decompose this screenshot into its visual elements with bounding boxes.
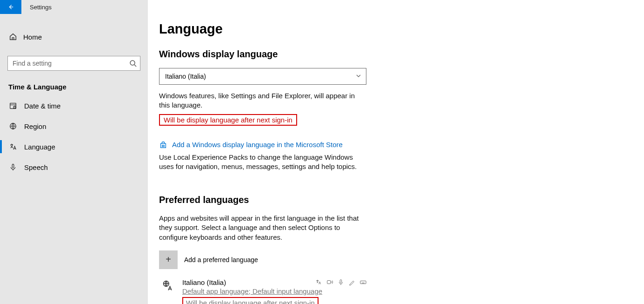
display-language-notice-highlight: Will be display language after next sign… <box>159 114 297 126</box>
svg-rect-6 <box>163 145 164 146</box>
svg-rect-4 <box>12 164 14 168</box>
sidebar-item-label: Speech <box>24 163 48 171</box>
display-language-dropdown[interactable]: Italiano (Italia) <box>159 68 366 85</box>
display-language-helper: Windows features, like Settings and File… <box>159 91 366 110</box>
sidebar-item-label: Language <box>24 143 55 151</box>
plus-button[interactable]: + <box>159 250 178 269</box>
arrow-left-icon <box>7 4 14 10</box>
globe-icon <box>8 122 18 130</box>
sidebar-home-label: Home <box>23 33 42 41</box>
language-item-name: Italiano (Italia) <box>182 278 226 286</box>
microphone-icon <box>8 163 18 171</box>
store-link-row[interactable]: Add a Windows display language in the Mi… <box>159 141 633 149</box>
chevron-down-icon <box>356 73 361 80</box>
preferred-languages-heading: Preferred languages <box>159 195 633 205</box>
language-item-notice: Will be display language after next sign… <box>186 299 315 304</box>
language-feature-icons <box>315 279 366 285</box>
sidebar-item-date-time[interactable]: Date & time <box>0 95 148 116</box>
store-icon <box>159 141 167 149</box>
keyboard-feature-icon <box>360 279 366 285</box>
text-to-speech-feature-icon <box>326 279 333 285</box>
language-item-notice-highlight: Will be display language after next sign… <box>182 297 319 304</box>
svg-rect-11 <box>340 280 342 283</box>
language-icon <box>8 142 18 151</box>
store-helper: Use Local Experience Packs to change the… <box>159 153 366 172</box>
app-title: Settings <box>30 4 52 11</box>
main-content: Language Windows display language Italia… <box>148 0 644 304</box>
add-language-label: Add a preferred language <box>184 256 258 263</box>
svg-rect-12 <box>360 281 366 284</box>
sidebar-item-label: Region <box>24 122 46 130</box>
store-link[interactable]: Add a Windows display language in the Mi… <box>172 141 343 149</box>
svg-point-0 <box>130 61 135 65</box>
calendar-clock-icon <box>8 101 18 110</box>
sidebar-item-speech[interactable]: Speech <box>0 157 148 177</box>
handwriting-feature-icon <box>349 279 355 285</box>
svg-rect-7 <box>162 146 163 147</box>
sidebar-item-language[interactable]: Language <box>0 136 148 157</box>
svg-rect-10 <box>327 281 331 284</box>
add-language-button[interactable]: + Add a preferred language <box>159 250 633 269</box>
language-item[interactable]: Italiano (Italia) Default app language; … <box>159 278 366 304</box>
page-title: Language <box>159 21 633 37</box>
display-feature-icon <box>315 279 322 285</box>
language-item-icon <box>159 278 178 304</box>
search-icon <box>129 60 137 67</box>
sidebar-section-label: Time & Language <box>8 83 139 91</box>
display-language-notice: Will be display language after next sign… <box>164 116 292 124</box>
sidebar-item-region[interactable]: Region <box>0 116 148 136</box>
back-button[interactable] <box>0 0 21 14</box>
sidebar-item-label: Date & time <box>24 102 60 110</box>
display-language-selected: Italiano (Italia) <box>165 73 206 80</box>
svg-rect-8 <box>163 146 164 147</box>
search-input[interactable] <box>7 56 140 71</box>
svg-rect-5 <box>162 145 163 146</box>
plus-icon: + <box>166 254 171 265</box>
sidebar-item-home[interactable]: Home <box>0 26 148 47</box>
speech-feature-icon <box>338 279 344 285</box>
search-container <box>7 56 140 71</box>
sidebar: Settings Home Time & Language Date & tim… <box>0 0 148 304</box>
display-language-heading: Windows display language <box>159 49 633 60</box>
home-icon <box>8 33 18 41</box>
language-item-subtitle: Default app language; Default input lang… <box>182 287 366 295</box>
titlebar: Settings <box>0 0 148 14</box>
preferred-languages-helper: Apps and websites will appear in the fir… <box>159 214 366 242</box>
